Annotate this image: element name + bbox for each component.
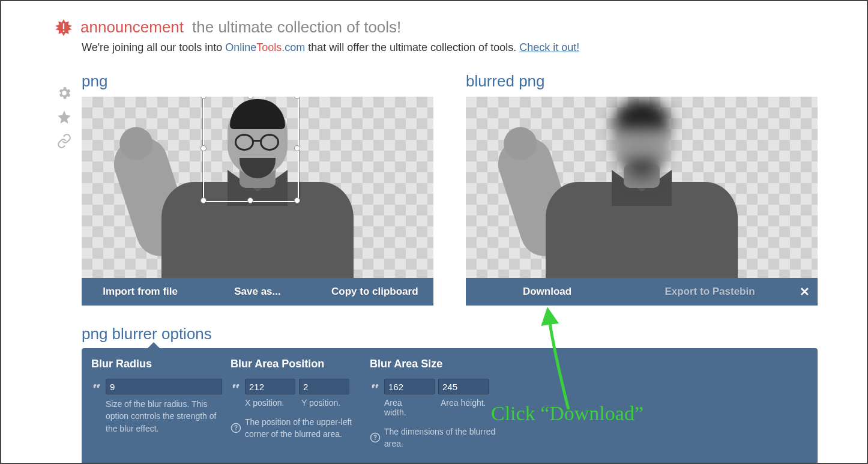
download-button[interactable]: Download	[466, 286, 628, 298]
help-icon[interactable]	[231, 423, 241, 433]
y-position-label: Y position.	[301, 398, 340, 408]
blur-size-desc: The dimensions of the blurred area.	[384, 426, 501, 450]
output-image	[528, 97, 756, 278]
area-width-label: Area width.	[384, 398, 426, 417]
blur-radius-desc: Size of the blur radius. This option con…	[106, 398, 222, 435]
tool-side-rail	[56, 85, 72, 149]
blur-position-group: Blur Area Position X position. Y positio…	[231, 358, 361, 454]
announcement-subtitle: the ultimate collection of tools!	[192, 18, 401, 37]
brand-tools: Tools	[256, 41, 282, 53]
announcement-burst-icon	[55, 19, 72, 36]
blur-position-desc: The position of the upper-left corner of…	[245, 416, 361, 441]
svg-rect-1	[63, 23, 64, 29]
announcement-body-mid: that will offer the ultimate collection …	[305, 41, 519, 53]
quotes-icon	[231, 381, 241, 392]
area-height-label: Area height.	[441, 398, 486, 417]
input-panel: png	[82, 72, 433, 306]
help-icon[interactable]	[370, 432, 381, 443]
announcement-banner: announcement the ultimate collection of …	[55, 18, 867, 54]
star-icon[interactable]	[56, 109, 72, 125]
blur-size-heading: Blur Area Size	[370, 358, 501, 370]
options-panel: Blur Radius Size of the blur radius. Thi…	[82, 348, 818, 464]
brand-online: Online	[225, 41, 256, 53]
input-image	[143, 97, 372, 278]
quotes-icon	[370, 381, 381, 392]
copy-to-clipboard-button[interactable]: Copy to clipboard	[316, 286, 433, 298]
gear-icon[interactable]	[56, 85, 72, 101]
blur-size-group: Blur Area Size Area width. Area height. …	[370, 358, 501, 454]
blur-width-input[interactable]	[384, 379, 435, 394]
input-panel-title: png	[82, 72, 433, 91]
link-icon[interactable]	[56, 133, 72, 149]
announcement-body-pre: We're joining all our tools into	[82, 41, 225, 53]
blur-position-heading: Blur Area Position	[231, 358, 361, 370]
save-as-button[interactable]: Save as...	[199, 286, 316, 298]
blur-radius-group: Blur Radius Size of the blur radius. Thi…	[91, 358, 222, 454]
blur-x-input[interactable]	[245, 379, 295, 394]
output-panel: blurred png Download Export to Pastebin	[466, 72, 818, 306]
check-it-out-link[interactable]: Check it out!	[519, 41, 579, 53]
input-action-bar: Import from file Save as... Copy to clip…	[82, 278, 433, 306]
brand-dotcom: .com	[282, 41, 305, 53]
blur-height-input[interactable]	[438, 379, 489, 394]
options-title: png blurrer options	[82, 325, 867, 343]
quotes-icon	[91, 381, 102, 392]
blur-radius-heading: Blur Radius	[91, 358, 222, 370]
blur-radius-input[interactable]	[106, 379, 222, 394]
output-panel-title: blurred png	[466, 72, 818, 91]
export-to-pastebin-button[interactable]: Export to Pastebin	[628, 286, 791, 298]
announcement-title: announcement	[80, 18, 184, 37]
blur-y-input[interactable]	[299, 379, 349, 394]
output-canvas[interactable]	[466, 97, 818, 278]
output-action-bar: Download Export to Pastebin ✕	[466, 278, 818, 306]
svg-rect-2	[63, 30, 64, 31]
input-canvas[interactable]	[82, 97, 433, 278]
x-position-label: X position.	[245, 398, 287, 408]
import-from-file-button[interactable]: Import from file	[82, 286, 199, 298]
close-output-button[interactable]: ✕	[791, 285, 818, 299]
